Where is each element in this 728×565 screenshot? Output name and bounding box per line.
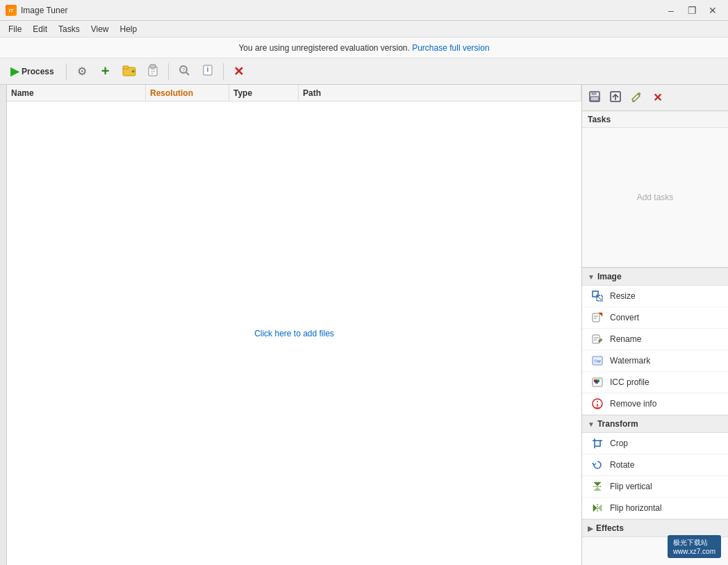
task-remove-info-label: Remove info <box>610 399 656 409</box>
toolbar-sep-2 <box>168 63 169 80</box>
svg-rect-36 <box>595 381 598 384</box>
paste-icon <box>147 64 159 79</box>
window-controls: – ❐ ✕ <box>661 3 722 18</box>
crop-icon <box>590 436 604 450</box>
process-button[interactable]: ▶ Process <box>3 60 62 83</box>
add-file-icon: + <box>101 63 110 79</box>
remove-button[interactable]: ✕ <box>228 60 250 83</box>
task-export-button[interactable] <box>606 88 625 108</box>
task-crop[interactable]: Crop <box>582 433 728 455</box>
add-folder-icon: + <box>122 64 136 79</box>
svg-text:i: i <box>206 66 208 73</box>
task-export-icon <box>609 90 622 105</box>
window-title: Image Tuner <box>21 6 661 15</box>
rename-icon <box>590 332 604 346</box>
settings-icon: ⚙ <box>77 65 87 78</box>
svg-rect-3 <box>123 66 129 69</box>
task-rotate-label: Rotate <box>610 460 634 470</box>
left-strip <box>0 85 7 565</box>
search-button[interactable]: ? <box>173 60 195 83</box>
task-flip-vertical-label: Flip vertical <box>610 482 652 491</box>
menu-bar: File Edit Tasks View Help <box>0 21 728 38</box>
file-list-body[interactable]: Click here to add files <box>7 101 581 565</box>
play-icon: ▶ <box>10 65 19 78</box>
right-panel: ✕ Tasks Add tasks ▼ Image Resize <box>582 85 728 565</box>
task-edit-button[interactable] <box>627 88 646 108</box>
menu-tasks[interactable]: Tasks <box>53 22 85 37</box>
convert-icon <box>590 311 604 325</box>
add-file-button[interactable]: + <box>94 60 117 83</box>
watermark-line1: 极光下载站 <box>673 538 715 548</box>
add-tasks-placeholder: Add tasks <box>637 193 674 202</box>
effects-chevron-icon: ▶ <box>588 525 593 532</box>
file-info-icon: i <box>201 64 214 79</box>
tasks-header: Tasks <box>582 111 728 128</box>
image-chevron-icon: ▼ <box>588 273 595 281</box>
task-rotate[interactable]: Rotate <box>582 455 728 476</box>
task-save-icon <box>588 90 601 105</box>
purchase-link[interactable]: Purchase full version <box>412 43 489 53</box>
close-button[interactable]: ✕ <box>703 3 722 18</box>
menu-view[interactable]: View <box>85 22 115 37</box>
menu-help[interactable]: Help <box>115 22 143 37</box>
task-rename[interactable]: Rename <box>582 329 728 350</box>
watermark-badge: 极光下载站 www.xz7.com <box>668 535 721 558</box>
task-convert[interactable]: Convert <box>582 307 728 329</box>
section-transform[interactable]: ▼ Transform <box>582 415 728 433</box>
task-flip-vertical[interactable]: Flip vertical <box>582 476 728 498</box>
task-resize-label: Resize <box>610 291 636 301</box>
task-remove-info[interactable]: Remove info <box>582 393 728 415</box>
flip-horizontal-icon <box>590 501 604 515</box>
svg-point-38 <box>597 401 598 402</box>
process-label: Process <box>22 67 54 76</box>
toolbar-sep-3 <box>223 63 224 80</box>
svg-marker-46 <box>594 482 601 486</box>
main-toolbar: ▶ Process ⚙ + + <box>0 58 728 85</box>
task-flip-horizontal-label: Flip horizontal <box>610 503 662 513</box>
menu-file[interactable]: File <box>3 22 27 37</box>
rotate-icon <box>590 458 604 472</box>
svg-rect-41 <box>595 441 600 446</box>
task-rename-label: Rename <box>610 334 641 344</box>
menu-edit[interactable]: Edit <box>27 22 53 37</box>
search-icon: ? <box>178 64 190 79</box>
svg-text:?: ? <box>182 67 185 73</box>
icc-icon <box>590 375 604 389</box>
svg-text:+: + <box>131 68 135 75</box>
svg-marker-49 <box>593 505 597 511</box>
remove-info-icon <box>590 397 604 411</box>
flip-vertical-icon <box>590 480 604 493</box>
col-header-name: Name <box>7 85 146 101</box>
paste-button[interactable] <box>142 60 164 83</box>
resize-icon <box>590 289 604 303</box>
minimize-button[interactable]: – <box>661 3 681 18</box>
transform-chevron-icon: ▼ <box>588 420 595 428</box>
svg-rect-21 <box>593 291 598 297</box>
col-header-type: Type <box>229 85 299 101</box>
settings-button[interactable]: ⚙ <box>71 60 93 83</box>
watermark-icon: ©W <box>590 354 604 368</box>
task-resize[interactable]: Resize <box>582 286 728 307</box>
notification-text: You are using unregistered evaluation ve… <box>238 43 409 53</box>
col-header-resolution: Resolution <box>146 85 229 101</box>
task-icc-label: ICC profile <box>610 377 650 387</box>
task-crop-label: Crop <box>610 439 628 448</box>
notification-bar: You are using unregistered evaluation ve… <box>0 38 728 58</box>
task-watermark[interactable]: ©W Watermark <box>582 350 728 372</box>
svg-rect-16 <box>592 92 596 95</box>
task-flip-horizontal[interactable]: Flip horizontal <box>582 498 728 519</box>
watermark-line2: www.xz7.com <box>673 548 715 555</box>
add-files-link[interactable]: Click here to add files <box>254 329 334 338</box>
file-info-button[interactable]: i <box>197 60 219 83</box>
svg-rect-17 <box>590 97 599 101</box>
task-close-button[interactable]: ✕ <box>647 88 667 108</box>
svg-marker-50 <box>598 505 602 511</box>
section-image[interactable]: ▼ Image <box>582 268 728 286</box>
add-folder-button[interactable]: + <box>118 60 140 83</box>
task-watermark-label: Watermark <box>610 356 650 366</box>
restore-button[interactable]: ❐ <box>682 3 702 18</box>
task-save-button[interactable] <box>585 88 604 108</box>
section-transform-label: Transform <box>597 419 638 429</box>
col-header-path: Path <box>299 85 581 101</box>
task-icc[interactable]: ICC profile <box>582 372 728 393</box>
